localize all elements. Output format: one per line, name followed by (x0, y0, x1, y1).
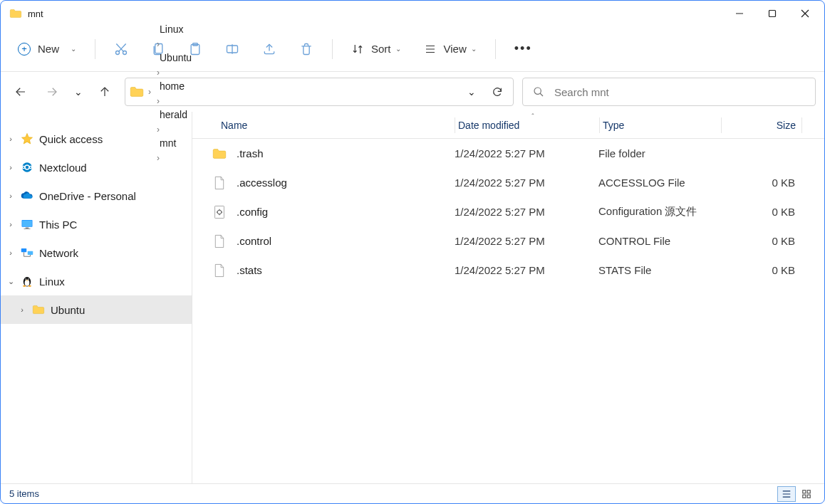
up-button[interactable] (93, 80, 116, 103)
file-type: CONTROL File (598, 235, 721, 247)
new-button[interactable]: + New ⌄ (9, 36, 85, 62)
file-type: Configuration 源文件 (598, 205, 721, 219)
chevron-right-icon[interactable]: › (6, 220, 15, 229)
chevron-down-icon: ⌄ (467, 86, 476, 98)
chevron-right-icon[interactable]: › (6, 248, 15, 257)
sidebar-item-network[interactable]: ›Network (1, 238, 192, 267)
chevron-right-icon[interactable]: › (155, 96, 161, 106)
svg-point-38 (28, 278, 29, 280)
file-date: 1/24/2022 5:27 PM (455, 264, 598, 276)
svg-line-21 (540, 93, 543, 96)
svg-rect-29 (24, 229, 31, 229)
chevron-right-icon[interactable]: › (155, 68, 161, 78)
sidebar-item-label: OneDrive - Personal (39, 190, 136, 202)
content: ›Quick access›Nextcloud›OneDrive - Perso… (1, 112, 824, 483)
file-type: ACCESSLOG File (598, 177, 721, 189)
svg-rect-27 (22, 221, 32, 226)
large-icons-view-button[interactable] (797, 486, 816, 502)
chevron-right-icon[interactable]: › (6, 135, 15, 143)
sidebar-item-this-pc[interactable]: ›This PC (1, 210, 192, 238)
star-icon (21, 132, 33, 145)
col-size[interactable]: Size (722, 112, 801, 138)
file-name: .stats (237, 264, 262, 276)
sidebar-item-label: Ubuntu (51, 304, 85, 316)
delete-button[interactable] (291, 36, 322, 62)
svg-point-39 (23, 285, 26, 287)
chevron-down-icon: ⌄ (395, 45, 401, 53)
sidebar-item-ubuntu[interactable]: ›Ubuntu (1, 295, 192, 324)
svg-rect-53 (807, 495, 810, 498)
titlebar: mnt (1, 1, 824, 26)
file-size: 0 KB (721, 264, 801, 276)
column-headers: Name ˆ Date modified Type Size (192, 112, 824, 139)
recent-button[interactable]: ⌄ (72, 80, 85, 103)
sidebar: ›Quick access›Nextcloud›OneDrive - Perso… (1, 112, 192, 483)
more-button[interactable]: ••• (506, 36, 541, 62)
view-button[interactable]: View ⌄ (415, 36, 485, 62)
sidebar-item-nextcloud[interactable]: ›Nextcloud (1, 153, 192, 182)
nav-row: ⌄ › Linux›Ubuntu›home›herald›mnt› ⌄ (1, 72, 824, 112)
statusbar: 5 items (1, 483, 824, 503)
details-view-button[interactable] (777, 486, 796, 502)
maximize-button[interactable] (756, 2, 789, 25)
sidebar-item-onedrive-personal[interactable]: ›OneDrive - Personal (1, 182, 192, 210)
svg-rect-41 (215, 206, 224, 218)
sidebar-item-quick-access[interactable]: ›Quick access (1, 125, 192, 153)
share-button[interactable] (254, 36, 285, 62)
svg-rect-30 (21, 248, 27, 252)
sort-indicator-icon: ˆ (531, 113, 534, 121)
sidebar-item-label: Nextcloud (39, 162, 87, 174)
file-date: 1/24/2022 5:27 PM (455, 206, 598, 218)
chevron-right-icon[interactable]: › (155, 39, 161, 49)
config-icon (212, 205, 227, 219)
sidebar-item-label: Network (39, 247, 78, 259)
breadcrumb-item[interactable]: Linux (155, 21, 196, 38)
chevron-down-icon: ⌄ (71, 45, 76, 53)
col-type[interactable]: Type (600, 112, 721, 138)
cut-button[interactable] (105, 36, 137, 62)
folder-icon (9, 9, 22, 19)
sidebar-item-linux[interactable]: ⌄Linux (1, 267, 192, 295)
file-icon (212, 176, 227, 190)
col-date[interactable]: Date modified (455, 112, 599, 138)
chevron-right-icon[interactable]: › (6, 163, 15, 172)
sidebar-item-label: Linux (39, 275, 65, 288)
chevron-right-icon[interactable]: › (6, 191, 15, 200)
chevron-right-icon[interactable]: › (147, 87, 152, 97)
breadcrumb-item[interactable]: Ubuntu (155, 49, 196, 66)
search-box[interactable] (522, 78, 816, 106)
rename-button[interactable] (217, 36, 248, 62)
toolbar: + New ⌄ Sort ⌄ View ⌄ ••• (1, 26, 824, 72)
svg-point-37 (25, 278, 26, 280)
svg-rect-51 (807, 490, 810, 493)
chevron-down-icon[interactable]: ⌄ (6, 277, 15, 286)
file-row[interactable]: .stats1/24/2022 5:27 PMSTATS File0 KB (192, 256, 824, 285)
file-list: Name ˆ Date modified Type Size .trash1/2… (192, 112, 824, 483)
search-input[interactable] (554, 86, 805, 98)
address-bar[interactable]: › Linux›Ubuntu›home›herald›mnt› ⌄ (125, 78, 514, 106)
col-name[interactable]: Name (192, 112, 455, 138)
chevron-right-icon[interactable]: › (18, 305, 26, 314)
status-text: 5 items (9, 488, 39, 499)
svg-rect-31 (28, 251, 33, 255)
file-row[interactable]: .control1/24/2022 5:27 PMCONTROL File0 K… (192, 226, 824, 256)
svg-point-40 (28, 285, 32, 287)
history-dropdown[interactable]: ⌄ (460, 80, 483, 103)
nextcloud-icon (21, 161, 33, 174)
search-icon (533, 86, 544, 98)
forward-button[interactable] (41, 80, 63, 103)
breadcrumb-item[interactable]: home (155, 78, 196, 95)
file-name: .control (237, 235, 271, 247)
minimize-button[interactable] (723, 2, 756, 25)
refresh-button[interactable] (486, 80, 509, 103)
sort-button[interactable]: Sort ⌄ (343, 36, 410, 62)
close-button[interactable] (789, 2, 821, 25)
network-icon (21, 246, 33, 259)
file-row[interactable]: .trash1/24/2022 5:27 PMFile folder (192, 139, 824, 168)
svg-rect-1 (769, 11, 776, 17)
back-button[interactable] (9, 80, 32, 103)
file-row[interactable]: .accesslog1/24/2022 5:27 PMACCESSLOG Fil… (192, 168, 824, 197)
view-icon (424, 43, 437, 56)
svg-rect-28 (26, 228, 29, 229)
file-row[interactable]: .config1/24/2022 5:27 PMConfiguration 源文… (192, 197, 824, 226)
